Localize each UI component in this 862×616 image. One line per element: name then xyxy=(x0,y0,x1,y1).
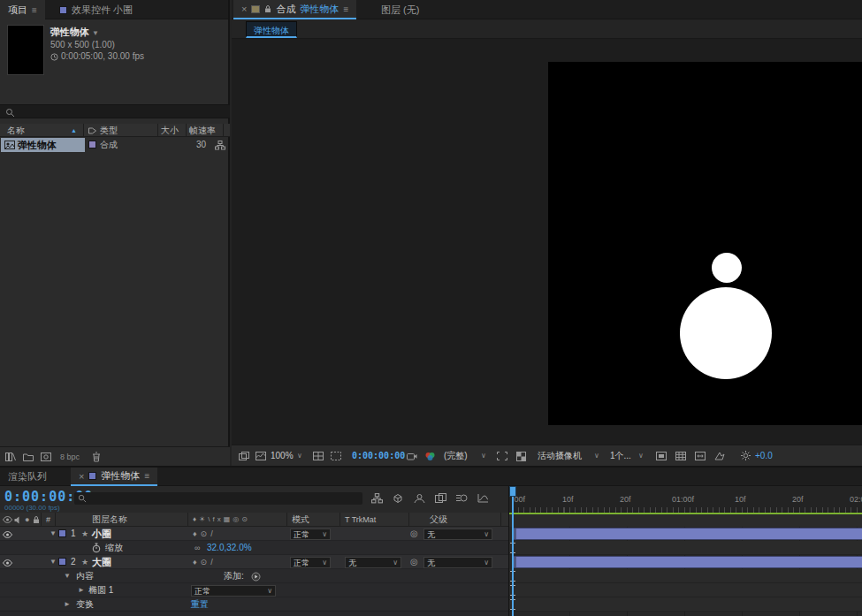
parent-pickwhip-icon[interactable]: ◎ xyxy=(410,555,418,569)
pixel-aspect-icon[interactable] xyxy=(695,452,706,460)
stopwatch-icon[interactable] xyxy=(92,543,101,553)
time-ruler[interactable]: :00f 10f 20f 01:00f 10f 20f 02:00 xyxy=(509,486,862,513)
region-of-interest-icon[interactable] xyxy=(497,452,507,460)
resolution-chevron-icon[interactable]: ∨ xyxy=(481,445,486,467)
mini-flowchart-icon[interactable] xyxy=(371,493,383,504)
fast-previews-icon[interactable] xyxy=(714,452,725,460)
timeline-search[interactable] xyxy=(74,492,362,505)
ellipse-group-row[interactable]: ► 椭圆 1 正常 ∨ xyxy=(0,583,508,597)
layer-row[interactable]: ▼ 2 ★ 大圈 ♦⊙/ 正常 ∨ 无 ∨ ◎ 无 ∨ xyxy=(0,555,508,569)
eye-icon[interactable] xyxy=(3,559,12,567)
blend-mode-dropdown[interactable]: 正常 ∨ xyxy=(290,529,331,540)
blend-mode-dropdown[interactable]: 正常 ∨ xyxy=(290,557,331,568)
panel-menu-icon[interactable]: ≡ xyxy=(144,471,149,481)
playhead-line[interactable] xyxy=(512,486,514,616)
exposure-value[interactable]: +0.0 xyxy=(755,445,773,467)
ellipse-blend-mode-dropdown[interactable]: 正常 ∨ xyxy=(191,585,276,597)
view-layout-value[interactable]: 1个... xyxy=(610,445,631,467)
motion-blur-icon[interactable] xyxy=(456,493,468,503)
mask-visibility-icon[interactable] xyxy=(331,452,341,460)
comp-info-title-row[interactable]: 弹性物体 ▼ xyxy=(50,27,144,39)
parent-dropdown[interactable]: 无 ∨ xyxy=(423,557,492,568)
column-parent[interactable]: 父级 xyxy=(430,513,447,527)
trkmat-dropdown[interactable]: 无 ∨ xyxy=(345,557,401,568)
transparency-grid-icon[interactable] xyxy=(516,452,526,461)
layer-duration-bar[interactable] xyxy=(512,556,862,568)
tab-timeline-comp[interactable]: × 弹性物体 ≡ xyxy=(71,468,157,486)
parent-pickwhip-icon[interactable]: ◎ xyxy=(410,527,418,541)
draft-3d-icon[interactable] xyxy=(393,493,403,504)
tab-layer[interactable]: 图层 (无) xyxy=(373,0,427,19)
sort-ascending-icon[interactable]: ▲ xyxy=(71,124,77,138)
graph-editor-icon[interactable] xyxy=(477,493,489,503)
expand-toggle-icon[interactable]: ▼ xyxy=(50,527,57,541)
parent-dropdown[interactable]: 无 ∨ xyxy=(423,529,492,540)
scale-label[interactable]: 缩放 xyxy=(105,541,123,555)
camera-view-chevron-icon[interactable]: ∨ xyxy=(594,445,599,467)
column-name[interactable]: 名称 xyxy=(7,124,25,138)
tab-composition[interactable]: × 合成 弹性物体 ≡ xyxy=(233,0,356,19)
scale-property-row[interactable]: 缩放 ∞ 32.0,32.0% xyxy=(0,541,508,555)
view-layout-chevron-icon[interactable]: ∨ xyxy=(638,445,644,467)
layer-duration-bar[interactable] xyxy=(512,528,862,540)
layer-name[interactable]: 大圈 xyxy=(92,555,111,569)
viewer-tab-active[interactable]: 弹性物体 xyxy=(246,21,297,38)
column-mode[interactable]: 模式 xyxy=(292,513,309,527)
transform-label[interactable]: 变换 xyxy=(76,597,94,612)
eye-icon[interactable] xyxy=(3,531,12,538)
exposure-sun-icon[interactable] xyxy=(741,451,751,460)
column-trkmat[interactable]: T TrkMat xyxy=(345,513,376,527)
close-tab-icon[interactable]: × xyxy=(241,4,247,14)
camera-view-value[interactable]: 活动摄像机 xyxy=(538,445,582,467)
reset-link[interactable]: 重置 xyxy=(191,597,209,612)
column-divider[interactable] xyxy=(186,124,187,136)
constrain-link-icon[interactable]: ∞ xyxy=(195,541,200,555)
lock-icon[interactable] xyxy=(264,4,271,13)
column-divider[interactable] xyxy=(339,513,340,526)
flowchart-icon[interactable] xyxy=(215,141,225,150)
panel-menu-icon[interactable]: ≡ xyxy=(32,5,37,15)
tab-project[interactable]: 项目 ≡ xyxy=(0,0,45,19)
column-fps[interactable]: 帧速率 xyxy=(189,124,216,138)
column-number[interactable]: # xyxy=(46,513,50,527)
expand-toggle-icon[interactable]: ▼ xyxy=(64,569,71,583)
item-label-swatch[interactable] xyxy=(88,141,96,148)
grid-guides-icon[interactable] xyxy=(675,452,686,460)
add-label[interactable]: 添加: xyxy=(224,569,244,583)
color-depth-button[interactable]: 8 bpc xyxy=(60,452,80,461)
comp-thumbnail[interactable] xyxy=(7,25,44,75)
ellipse-label[interactable]: 椭圆 1 xyxy=(88,583,113,597)
label-tag-icon[interactable] xyxy=(88,127,96,134)
tab-render-queue[interactable]: 渲染队列 xyxy=(0,468,55,486)
column-divider[interactable] xyxy=(83,124,84,136)
column-divider[interactable] xyxy=(157,124,158,136)
trash-icon[interactable] xyxy=(92,452,101,462)
hide-shy-layers-icon[interactable] xyxy=(414,493,425,504)
column-divider[interactable] xyxy=(41,513,42,526)
snapshot-slot-icon[interactable] xyxy=(239,452,249,460)
close-tab-icon[interactable]: × xyxy=(79,471,84,482)
project-search[interactable] xyxy=(0,104,230,118)
column-divider[interactable] xyxy=(408,513,409,526)
expand-toggle-icon[interactable]: ▼ xyxy=(50,555,57,569)
column-type[interactable]: 类型 xyxy=(100,124,118,138)
show-channels-slot-icon[interactable] xyxy=(256,452,266,460)
interpret-footage-icon[interactable] xyxy=(5,452,16,461)
composition-view[interactable] xyxy=(548,62,862,425)
magnification-value[interactable]: 100% xyxy=(271,445,294,467)
new-composition-icon[interactable] xyxy=(41,452,51,461)
collapsed-toggle-icon[interactable]: ► xyxy=(64,597,71,612)
layer-switches-icons[interactable]: ♦⊙/ xyxy=(193,555,217,569)
new-folder-icon[interactable] xyxy=(23,452,34,461)
comp-current-time[interactable]: 0:00:00:00 xyxy=(352,445,405,467)
resolution-value[interactable]: (完整) xyxy=(444,445,468,467)
contents-label[interactable]: 内容 xyxy=(76,569,94,583)
tab-effect-controls[interactable]: 效果控件 小圈 xyxy=(51,0,141,19)
comp-info-expander-icon[interactable]: ▼ xyxy=(92,29,99,37)
scale-value[interactable]: 32.0,32.0% xyxy=(207,541,252,555)
frame-blend-icon[interactable] xyxy=(435,493,446,503)
column-divider[interactable] xyxy=(223,124,224,136)
magnification-chevron-icon[interactable]: ∨ xyxy=(297,445,302,467)
transform-group-row[interactable]: ► 变换 重置 xyxy=(0,597,508,612)
column-divider[interactable] xyxy=(500,513,501,526)
